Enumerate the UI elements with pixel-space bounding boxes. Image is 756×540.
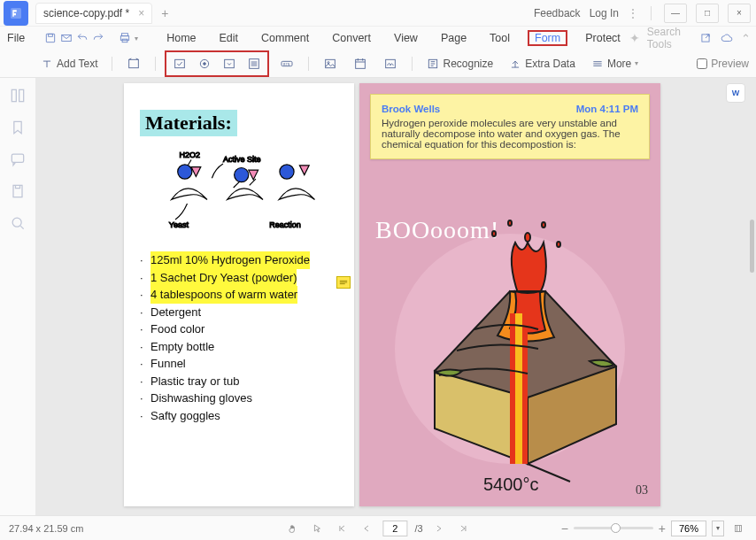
image-field-icon[interactable] [318,53,343,74]
divider [308,57,309,71]
more-label: More [607,58,631,70]
zoom-out-icon[interactable]: − [561,521,568,536]
page-input[interactable] [382,521,407,536]
svg-rect-19 [386,59,396,67]
checkbox-field-icon[interactable] [167,53,192,74]
svg-rect-8 [129,59,139,67]
zoom-dropdown-icon[interactable]: ▾ [712,521,724,536]
maximize-button[interactable]: □ [696,4,719,23]
page-2-right: Brook Wells Mon 4:11 PM Hydrogen peroxid… [359,83,660,506]
svg-point-34 [508,220,512,226]
comments-icon[interactable] [9,150,27,166]
preview-checkbox[interactable] [697,58,707,69]
add-text-label: Add Text [57,58,97,70]
minimize-button[interactable]: — [664,4,687,23]
list-item: Funnel [150,355,186,373]
svg-rect-39 [736,525,742,531]
list-item: Detergent [150,304,201,321]
save-icon[interactable] [44,28,57,48]
form-field-group [165,50,269,77]
cloud-icon[interactable] [720,28,734,48]
tab-tool[interactable]: Tool [484,30,515,46]
first-page-icon[interactable] [333,521,351,536]
recognize-label: Recognize [443,58,493,70]
tab-comment[interactable]: Comment [256,30,314,46]
page-number: 03 [636,483,648,498]
scrollbar-thumb[interactable] [750,220,754,273]
document-tab[interactable]: science-copy.pdf * × [35,3,152,24]
wand-icon[interactable]: ✦ [629,31,640,45]
date-field-icon[interactable] [348,53,373,74]
open-external-icon[interactable] [698,28,713,48]
close-window-button[interactable]: × [728,4,751,23]
tab-page[interactable]: Page [436,30,472,46]
tab-edit[interactable]: Edit [214,30,244,46]
note-author: Brook Wells [382,104,440,114]
button-field-icon[interactable]: BTN [274,53,299,74]
tab-form[interactable]: Form [528,30,567,46]
svg-text:BTN: BTN [283,62,290,66]
undo-icon[interactable] [76,28,89,48]
file-menu[interactable]: File [7,32,25,44]
print-icon[interactable] [119,28,131,48]
mail-icon[interactable] [60,28,73,48]
tab-convert[interactable]: Convert [327,30,376,46]
search-icon[interactable] [9,214,27,230]
redo-icon[interactable] [92,28,104,48]
divider [651,6,652,20]
extra-data-label: Extra Data [525,58,575,70]
list-item: Food color [150,320,204,338]
hand-tool-icon[interactable] [283,521,301,536]
list-item: Safty goggles [150,407,220,425]
svg-rect-12 [225,59,235,67]
more-button[interactable]: More ▾ [586,58,644,70]
dropdown-field-icon[interactable] [217,53,242,74]
kebab-icon[interactable]: ⋮ [628,7,638,19]
tab-view[interactable]: View [389,30,423,46]
sticky-note[interactable]: Brook Wells Mon 4:11 PM Hydrogen peroxid… [370,94,650,159]
form-edit-icon[interactable] [121,53,146,74]
tab-home[interactable]: Home [161,30,201,46]
divider [112,57,112,71]
svg-rect-22 [19,89,24,101]
zoom-slider[interactable] [574,527,653,529]
zoom-input[interactable] [671,521,706,536]
page-dimensions: 27.94 x 21.59 cm [9,523,83,534]
tab-protect[interactable]: Protect [580,30,626,46]
last-page-icon[interactable] [455,521,473,536]
signature-field-icon[interactable] [378,53,403,74]
select-tool-icon[interactable] [308,521,326,536]
login-link[interactable]: Log In [590,7,619,19]
zoom-thumb[interactable] [611,523,621,533]
print-caret-icon[interactable]: ▾ [135,35,138,42]
list-item: 125ml 10% Hydrogen Peroxide [150,251,310,269]
attachments-icon[interactable] [9,182,27,198]
preview-toggle[interactable]: Preview [697,58,749,70]
svg-rect-2 [49,34,53,36]
collapse-ribbon-icon[interactable]: ⌃ [741,32,751,45]
svg-point-37 [557,242,560,247]
radio-field-icon[interactable] [192,53,217,74]
note-marker-icon[interactable] [336,276,351,289]
zoom-in-icon[interactable]: + [659,521,666,536]
add-text-button[interactable]: Add Text [35,58,103,70]
svg-text:5400°c: 5400°c [483,474,539,490]
word-export-badge[interactable]: W [726,83,745,103]
svg-rect-18 [356,59,366,68]
close-icon[interactable]: × [138,7,144,19]
search-tools-input[interactable]: Search Tools [647,26,691,50]
thumbnails-icon[interactable] [9,87,27,103]
svg-rect-9 [175,59,185,67]
note-time: Mon 4:11 PM [576,104,638,114]
fit-page-icon[interactable] [729,521,747,536]
new-tab-button[interactable]: + [161,6,168,20]
feedback-link[interactable]: Feedback [534,7,581,19]
listbox-field-icon[interactable] [242,53,266,74]
prev-page-icon[interactable] [358,521,375,536]
svg-point-29 [235,168,249,182]
next-page-icon[interactable] [430,521,448,536]
bookmarks-icon[interactable] [9,119,27,135]
recognize-button[interactable]: Recognize [421,58,498,70]
extra-data-button[interactable]: Extra Data [504,58,581,70]
enzyme-diagram: H2O2 Active Site [140,147,338,244]
